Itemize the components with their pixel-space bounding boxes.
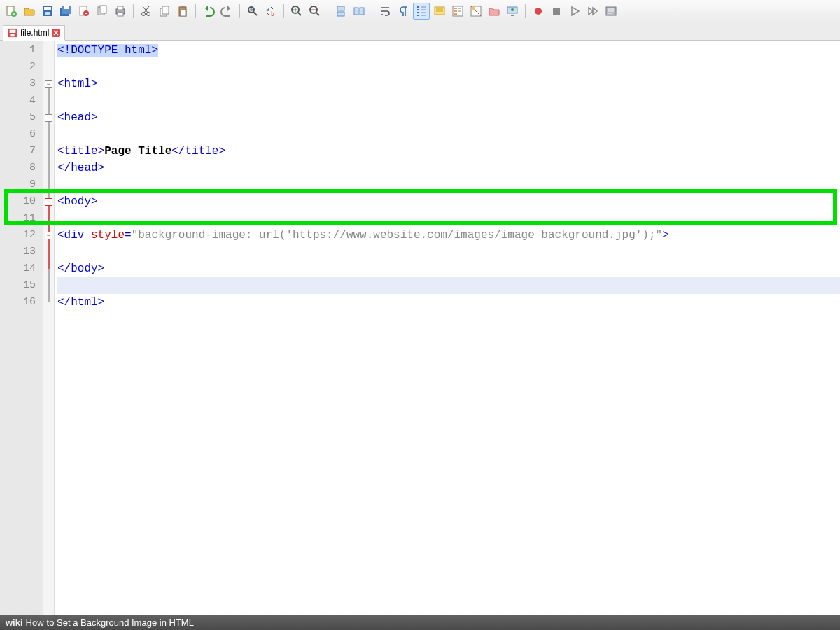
svg-rect-7 — [64, 6, 69, 9]
new-file-icon[interactable] — [3, 3, 20, 20]
code-line[interactable] — [57, 277, 840, 294]
fold-column: −−−− — [43, 41, 55, 615]
line-number: 14 — [0, 260, 43, 277]
fold-toggle[interactable]: − — [45, 114, 52, 122]
svg-point-37 — [511, 8, 514, 11]
code-line[interactable] — [57, 92, 840, 109]
brand-how: How — [26, 617, 44, 628]
play-multiple-icon[interactable] — [584, 3, 601, 20]
svg-point-23 — [250, 8, 253, 11]
svg-text:b: b — [271, 11, 274, 18]
paste-icon[interactable] — [174, 3, 191, 20]
svg-rect-14 — [118, 13, 123, 16]
toolbar-separator — [133, 4, 134, 18]
save-icon — [8, 28, 18, 38]
code-line[interactable]: </head> — [57, 160, 840, 176]
fold-cell — [43, 42, 54, 59]
print-icon[interactable] — [112, 3, 129, 20]
svg-rect-4 — [46, 12, 50, 15]
show-symbols-icon[interactable] — [395, 3, 412, 20]
svg-text:a: a — [266, 6, 270, 13]
monitor-icon[interactable] — [504, 3, 521, 20]
file-tab-label: file.html — [20, 28, 49, 38]
main-toolbar: ab — [0, 0, 840, 22]
svg-rect-31 — [360, 8, 364, 15]
code-line[interactable] — [57, 244, 840, 260]
record-macro-icon[interactable] — [530, 3, 547, 20]
code-line[interactable]: <title>Page Title</title> — [57, 143, 840, 160]
code-line[interactable] — [57, 176, 840, 193]
line-number: 4 — [0, 92, 43, 109]
line-number: 1 — [0, 42, 43, 59]
line-number: 15 — [0, 277, 43, 294]
redo-icon[interactable] — [218, 3, 235, 20]
open-file-icon[interactable] — [21, 3, 38, 20]
line-number: 12 — [0, 227, 43, 244]
code-line[interactable]: <html> — [57, 76, 840, 92]
run-macro-icon[interactable] — [603, 3, 620, 20]
svg-rect-28 — [337, 6, 344, 10]
zoom-out-icon[interactable] — [307, 3, 323, 20]
cut-icon[interactable] — [138, 3, 155, 20]
code-line[interactable]: <head> — [57, 109, 840, 126]
sync-horizontal-icon[interactable] — [351, 3, 368, 20]
code-line[interactable]: </body> — [57, 260, 840, 277]
undo-icon[interactable] — [200, 3, 217, 20]
svg-rect-21 — [181, 10, 186, 16]
toolbar-separator — [525, 4, 526, 18]
code-line[interactable] — [57, 59, 840, 76]
svg-rect-42 — [10, 30, 16, 33]
line-number: 6 — [0, 126, 43, 143]
copy-icon[interactable] — [156, 3, 173, 20]
line-number: 8 — [0, 160, 43, 176]
file-tab[interactable]: file.html — [3, 25, 65, 41]
find-replace-icon[interactable]: ab — [262, 3, 279, 20]
fold-toggle[interactable]: − — [45, 198, 52, 206]
code-line[interactable] — [57, 210, 840, 227]
line-number-gutter: 12345678910111213141516 — [0, 41, 43, 615]
toolbar-separator — [328, 4, 328, 18]
function-list-icon[interactable] — [449, 3, 466, 20]
copy-all-icon[interactable] — [94, 3, 111, 20]
zoom-in-icon[interactable] — [288, 3, 305, 20]
play-macro-icon[interactable] — [566, 3, 583, 20]
stop-macro-icon[interactable] — [548, 3, 565, 20]
doc-map-icon[interactable] — [468, 3, 484, 20]
code-editor[interactable]: 12345678910111213141516 −−−− <!DOCTYPE h… — [0, 41, 840, 615]
fold-toggle[interactable]: − — [45, 80, 52, 88]
svg-rect-43 — [10, 34, 14, 37]
svg-rect-20 — [181, 6, 185, 8]
line-number: 13 — [0, 244, 43, 260]
close-tab-icon[interactable] — [52, 29, 60, 37]
close-file-icon[interactable] — [76, 3, 92, 20]
code-line[interactable]: </html> — [57, 294, 840, 311]
line-number: 16 — [0, 294, 43, 311]
code-line[interactable]: <!DOCTYPE html> — [57, 42, 840, 59]
folder-icon[interactable] — [486, 3, 503, 20]
save-icon[interactable] — [39, 3, 56, 20]
code-area[interactable]: <!DOCTYPE html><html><head><title>Page T… — [55, 41, 840, 615]
code-line[interactable]: <body> — [57, 193, 840, 210]
svg-point-38 — [535, 8, 542, 15]
tab-bar: file.html — [0, 22, 840, 41]
svg-rect-3 — [44, 7, 51, 10]
comment-icon[interactable] — [431, 3, 448, 20]
toolbar-separator — [284, 4, 284, 18]
svg-rect-13 — [118, 6, 123, 10]
line-number: 5 — [0, 109, 43, 126]
fold-toggle[interactable]: − — [45, 232, 52, 239]
save-all-icon[interactable] — [57, 3, 74, 20]
svg-rect-30 — [354, 8, 358, 15]
svg-rect-11 — [100, 6, 106, 13]
line-number: 7 — [0, 143, 43, 160]
sync-vertical-icon[interactable] — [332, 3, 349, 20]
code-line[interactable]: <div style="background-image: url('https… — [57, 227, 840, 244]
indent-guide-icon[interactable] — [413, 3, 430, 20]
toolbar-separator — [239, 4, 240, 18]
caption-bar: wikiHow to Set a Background Image in HTM… — [0, 615, 840, 630]
svg-rect-39 — [553, 8, 560, 15]
svg-point-16 — [147, 12, 150, 15]
word-wrap-icon[interactable] — [377, 3, 393, 20]
find-icon[interactable] — [244, 3, 261, 20]
code-line[interactable] — [57, 126, 840, 143]
